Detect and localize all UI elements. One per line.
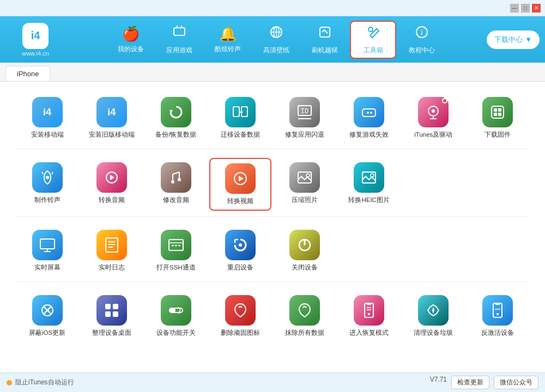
maximize-button[interactable]: □ [521,4,530,13]
svg-text:ID: ID [301,107,308,115]
tool-delete-icon[interactable]: 删除顽固图标 [209,291,271,341]
erase-data-icon [289,295,320,326]
install-ipa-label: 安装移动端 [31,131,64,139]
minimize-button[interactable]: — [510,4,519,13]
nav-jailbreak[interactable]: 刷机越狱 [301,21,348,59]
tool-live-log[interactable]: 实时日志 [81,225,142,276]
tool-compress-photo[interactable]: 压缩照片 [274,158,336,211]
tool-recovery-mode[interactable]: 进入恢复模式 [338,291,400,341]
tool-live-screen[interactable]: 实时屏幕 [16,225,78,276]
status-right: V7.71 检查更新 微信公众号 [430,376,538,389]
nav-ringtones-label: 酷炫铃声 [215,45,241,54]
tab-iphone[interactable]: iPhone [5,66,50,81]
tool-shutdown[interactable]: 关闭设备 [274,225,336,276]
feature-toggle-icon [161,295,191,326]
nav-tutorials[interactable]: i 教程中心 [398,21,445,59]
tool-install-ipa[interactable]: i4 安装移动端 [16,93,78,143]
install-ipa-icon: i4 [32,97,63,127]
tool-download-firmware[interactable]: 下载固件 [467,93,529,143]
svg-rect-69 [113,311,118,317]
recovery-mode-label: 进入恢复模式 [349,329,389,337]
install-old-ipa-icon: i4 [96,97,127,127]
check-update-button[interactable]: 检查更新 [451,376,489,389]
app-games-icon [172,24,187,44]
logo-subtitle: www.i4.cn [22,50,49,57]
download-icon: ▼ [525,35,532,44]
fix-game-icon [354,97,384,127]
tool-feature-toggle[interactable]: 设备功能开关 [145,291,207,341]
tool-install-old-ipa[interactable]: i4 安装旧版移动端 [81,93,142,143]
edit-audio-icon [161,162,191,193]
svg-rect-80 [495,303,500,305]
svg-point-33 [46,176,49,179]
compress-photo-label: 压缩照片 [292,196,318,204]
tool-fix-game[interactable]: 修复游戏失效 [338,93,400,143]
tool-deactivate[interactable]: 反激活设备 [467,291,529,341]
wechat-button[interactable]: 微信公众号 [494,376,538,389]
tool-make-ringtone[interactable]: 制作铃声 [16,158,78,211]
tool-organize-desktop[interactable]: 整理设备桌面 [81,291,142,341]
nav-app-games[interactable]: 应用游戏 [156,21,202,59]
nav-wallpapers-label: 高清壁纸 [263,46,289,55]
download-firmware-icon [482,97,513,127]
svg-point-62 [239,243,242,247]
tool-itunes-driver[interactable]: iTunes及驱动 [403,93,464,143]
svg-rect-75 [367,303,371,305]
svg-rect-30 [498,108,501,112]
tool-clean-junk[interactable]: 清理设备垃圾 [403,291,464,341]
shutdown-label: 关闭设备 [292,264,318,272]
close-button[interactable]: ✕ [532,4,541,13]
svg-line-34 [42,172,43,174]
tool-convert-heic[interactable]: 转换HEIC图片 [338,158,400,211]
nav-jailbreak-label: 刷机越狱 [312,46,338,55]
svg-rect-74 [365,303,373,317]
tool-edit-audio[interactable]: 修改音频 [145,158,207,211]
tool-erase-data[interactable]: 抹除所有数据 [274,291,336,341]
svg-point-81 [496,313,499,315]
app-logo: i4 [22,23,49,49]
nav-toolbox[interactable]: 工具箱 [350,21,396,59]
status-text: 阻止iTunes自动运行 [15,378,74,387]
tool-section-1: i4 安装移动端 i4 安装旧版移动端 备份/恢复数据 [16,93,529,143]
app-header: i4 www.i4.cn 🍎 我的设备 应用游戏 🔔 酷炫铃声 高清壁纸 [0,16,545,63]
backup-restore-label: 备份/恢复数据 [155,131,196,139]
organize-desktop-icon [96,295,127,326]
svg-point-71 [170,308,175,313]
tool-convert-video[interactable]: 转换视频 [209,158,271,211]
tutorials-icon: i [414,24,429,44]
svg-text:i: i [421,28,423,36]
itunes-driver-label: iTunes及驱动 [414,131,452,139]
svg-rect-29 [494,108,497,112]
svg-point-47 [371,174,374,177]
tool-migrate-data[interactable]: 迁移设备数据 [209,93,271,143]
svg-rect-28 [492,106,504,118]
tool-reboot[interactable]: 重启设备 [209,225,271,276]
svg-line-9 [372,31,373,32]
tool-backup-restore[interactable]: 备份/恢复数据 [145,93,207,143]
tool-block-ios-update[interactable]: 屏蔽iOS更新 [16,291,78,341]
organize-desktop-label: 整理设备桌面 [92,329,131,337]
nav-ringtones[interactable]: 🔔 酷炫铃声 [204,21,251,59]
shutdown-icon [289,230,320,260]
backup-restore-icon [161,97,191,127]
jailbreak-icon [317,24,332,44]
nav-wallpapers[interactable]: 高清壁纸 [253,21,299,59]
divider-3 [16,281,529,282]
convert-video-icon [225,163,256,194]
block-ios-update-icon [32,295,63,326]
svg-marker-43 [239,176,244,181]
deactivate-icon [482,295,513,326]
fix-app-crash-label: 修复应用闪退 [285,131,324,139]
nav-toolbox-label: 工具箱 [364,46,383,55]
tool-fix-app-crash[interactable]: ID 修复应用闪退 [274,93,336,143]
svg-point-76 [368,313,370,315]
tool-ssh-tunnel[interactable]: 打开SSH通道 [145,225,207,276]
svg-rect-31 [494,113,497,116]
window-controls[interactable]: — □ ✕ [510,4,541,13]
svg-rect-13 [233,107,239,117]
nav-my-device[interactable]: 🍎 我的设备 [107,21,154,59]
svg-rect-32 [498,113,501,116]
download-firmware-label: 下载固件 [485,131,511,139]
tool-convert-audio[interactable]: 转换音频 [81,158,142,211]
download-center-button[interactable]: 下载中心 ▼ [487,30,540,49]
